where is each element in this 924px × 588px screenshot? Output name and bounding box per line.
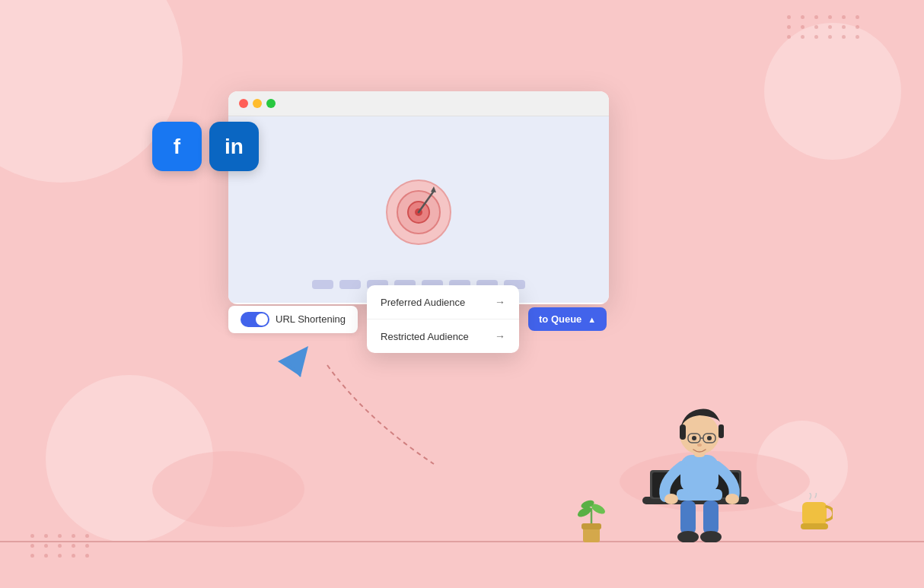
svg-point-34 — [700, 531, 722, 542]
browser-titlebar — [228, 91, 609, 116]
svg-point-20 — [725, 494, 739, 504]
restricted-audience-arrow: → — [495, 330, 505, 342]
dot-grid-top-right — [787, 15, 863, 39]
bg-decoration-circle-3 — [764, 23, 901, 160]
svg-point-28 — [692, 436, 696, 440]
restricted-audience-label: Restricted Audience — [381, 331, 469, 342]
browser-content — [228, 116, 609, 303]
facebook-icon[interactable]: f — [152, 122, 202, 171]
svg-rect-24 — [718, 424, 724, 438]
svg-rect-18 — [680, 455, 718, 493]
dropdown-item-preferred[interactable]: Preferred Audience → — [367, 285, 519, 319]
person-illustration — [620, 390, 787, 542]
plant-icon — [574, 482, 608, 542]
browser-maximize-button[interactable] — [266, 99, 276, 108]
linkedin-icon[interactable]: in — [209, 122, 259, 171]
caret-icon: ▲ — [588, 315, 596, 324]
browser-close-button[interactable] — [239, 99, 248, 108]
url-shortening-toggle[interactable] — [241, 312, 269, 327]
target-icon — [381, 168, 457, 252]
svg-rect-9 — [581, 523, 601, 529]
dot-grid-bottom-left — [30, 534, 93, 558]
svg-point-19 — [664, 494, 678, 504]
social-icons-container: f in — [152, 122, 259, 171]
dashed-curve-svg — [304, 358, 457, 472]
preferred-audience-arrow: → — [495, 296, 505, 308]
linkedin-letter: in — [225, 135, 244, 159]
add-to-queue-label: to Queue — [539, 313, 581, 325]
add-to-queue-button[interactable]: to Queue ▲ — [528, 307, 607, 331]
svg-rect-23 — [680, 424, 686, 440]
svg-point-29 — [707, 436, 712, 440]
facebook-letter: f — [174, 135, 180, 159]
preferred-audience-label: Preferred Audience — [381, 297, 465, 308]
dropdown-item-restricted[interactable]: Restricted Audience → — [367, 319, 519, 353]
toggle-container: URL Shortening — [228, 306, 358, 333]
browser-minimize-button[interactable] — [253, 99, 262, 108]
dashed-line-decoration — [304, 358, 457, 475]
toggle-knob — [256, 313, 268, 326]
svg-marker-6 — [278, 346, 308, 377]
svg-rect-32 — [703, 501, 718, 535]
svg-rect-36 — [801, 523, 828, 529]
toggle-label: URL Shortening — [276, 313, 346, 325]
svg-point-30 — [697, 443, 702, 447]
svg-rect-35 — [802, 502, 827, 525]
dropdown-menu: Preferred Audience → Restricted Audience… — [367, 285, 519, 353]
illustration-area — [574, 390, 833, 542]
svg-rect-31 — [680, 501, 696, 535]
browser-window — [228, 91, 609, 304]
svg-point-33 — [677, 531, 699, 542]
coffee-cup-icon — [798, 493, 833, 535]
